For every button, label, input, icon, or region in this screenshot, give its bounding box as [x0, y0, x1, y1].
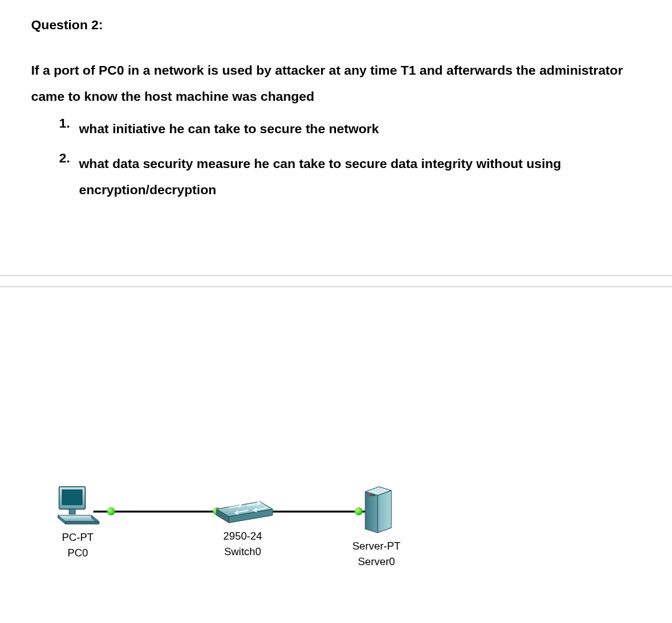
- device-type-label: PC-PT: [50, 531, 106, 544]
- question-title: Question 2:: [31, 17, 641, 32]
- svg-rect-8: [368, 494, 370, 496]
- horizontal-rule: [0, 286, 672, 288]
- question-paragraph: If a port of PC0 in a network is used by…: [31, 57, 641, 110]
- network-diagram: PC-PT PC0: [50, 485, 423, 585]
- svg-rect-1: [62, 490, 82, 505]
- link-status-dot: [107, 507, 115, 515]
- horizontal-rule: [0, 275, 672, 276]
- server-icon: [358, 485, 395, 534]
- device-server: Server-PT Server0: [348, 485, 404, 569]
- list-number: 2.: [59, 151, 79, 166]
- device-name-label: Switch0: [208, 545, 277, 558]
- device-switch: 2950-24 Switch0: [208, 498, 277, 559]
- list-number: 1.: [59, 116, 79, 131]
- question-list: 1. what initiative he can take to secure…: [59, 116, 619, 212]
- device-type-label: Server-PT: [348, 540, 404, 553]
- list-item: 2. what data security measure he can tak…: [59, 151, 619, 203]
- pc-icon: [55, 485, 100, 525]
- list-text: what data security measure he can take t…: [79, 151, 619, 203]
- device-name-label: PC0: [50, 546, 106, 560]
- list-item: 1. what initiative he can take to secure…: [59, 116, 619, 142]
- device-name-label: Server0: [348, 555, 404, 568]
- svg-rect-2: [69, 509, 75, 514]
- switch-icon: [212, 498, 274, 524]
- list-text: what initiative he can take to secure th…: [79, 116, 619, 142]
- device-pc: PC-PT PC0: [50, 485, 106, 560]
- device-model-label: 2950-24: [208, 530, 277, 543]
